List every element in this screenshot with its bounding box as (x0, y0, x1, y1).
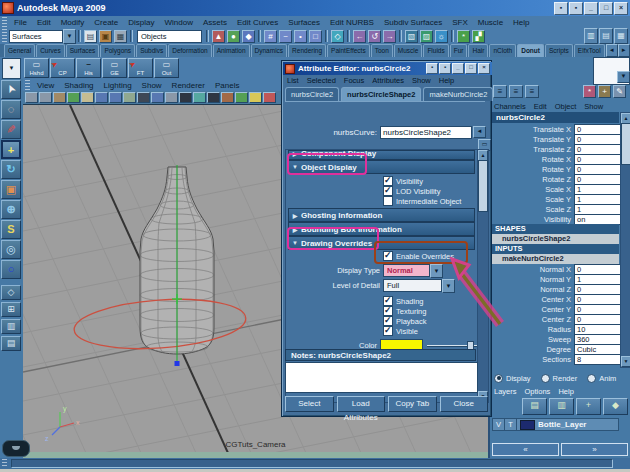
attribute-editor-tab[interactable]: makeNurbCircle2 (423, 87, 493, 101)
panel-toolbar-icon[interactable] (207, 92, 220, 103)
panel-toolbar-icon[interactable] (221, 92, 234, 103)
status-icon[interactable]: # (264, 30, 277, 43)
rotate-tool[interactable]: ↻ (1, 160, 21, 179)
status-icon[interactable] (399, 30, 402, 42)
layer-mode-radio[interactable]: Display (494, 374, 531, 383)
shelf-tab[interactable]: Fur (450, 44, 468, 57)
channel-box-object-name[interactable]: nurbsCircle2 (492, 112, 619, 123)
status-icon[interactable]: ▲ (212, 30, 225, 43)
attribute-editor-button[interactable]: Copy Tab (388, 396, 437, 412)
window-extra-button[interactable]: ▪ (569, 2, 583, 15)
maximize-button[interactable]: □ (465, 63, 477, 74)
menu-item[interactable]: Edit (32, 18, 56, 27)
side-panel-scroll-icon[interactable]: ▼ (617, 71, 630, 83)
soft-modification-tool[interactable]: S (1, 220, 21, 239)
universal-manipulator-tool[interactable]: ⊕ (1, 200, 21, 219)
shelf-tab[interactable]: Fluids (423, 44, 448, 57)
show-channel-box-icon[interactable]: ▦ (614, 28, 628, 44)
section-component-display[interactable]: ▶ Component Display (288, 150, 475, 160)
panel-toolbar-icon[interactable] (235, 92, 248, 103)
panel-toolbar-icon[interactable] (165, 92, 178, 103)
last-tool-circle[interactable]: ○ (1, 260, 21, 279)
scroll-down-icon[interactable]: ▼ (621, 356, 630, 367)
command-line-input[interactable] (11, 459, 613, 468)
shelf-button[interactable]: ➤ FT (128, 58, 153, 78)
shelf-tab[interactable]: Donut (517, 44, 544, 57)
create-empty-layer-icon[interactable]: ▤ (522, 398, 547, 415)
section-bounding-box-information[interactable]: ▶ Bounding Box Information (288, 222, 475, 236)
shelf-tab[interactable]: Curves (36, 44, 65, 57)
close-button[interactable]: × (478, 63, 490, 74)
lasso-tool[interactable]: ◌ (1, 100, 21, 119)
layer-type-flag[interactable]: T (505, 419, 517, 430)
menu-item[interactable]: Create (89, 18, 123, 27)
attribute-editor-menu-item[interactable]: Focus (340, 76, 368, 85)
pane-with-outliner-layout-button[interactable]: ▤ (1, 336, 21, 351)
shelf-tab[interactable]: PaintEffects (327, 44, 370, 57)
window-extra-button[interactable]: ▪ (426, 63, 438, 74)
status-icon[interactable] (258, 30, 261, 42)
shelf-tab[interactable]: Surfaces (66, 44, 100, 57)
shelf-button[interactable]: ~ His (76, 58, 101, 78)
minimize-button[interactable]: _ (584, 2, 598, 15)
panel-menu-item[interactable]: Show (137, 81, 167, 90)
statusline-drag-handle[interactable] (2, 29, 7, 43)
show-attribute-editor-icon[interactable]: ▥ (584, 28, 598, 44)
status-icon[interactable]: ◆ (242, 30, 255, 43)
checkbox[interactable] (383, 196, 393, 206)
shelf-tab[interactable]: Rendering (288, 44, 326, 57)
attribute-editor-button[interactable]: Select (285, 396, 334, 412)
menu-item[interactable]: Display (123, 18, 159, 27)
show-tool-settings-icon[interactable]: ▤ (599, 28, 613, 44)
shelf-tab[interactable]: Deformation (168, 44, 211, 57)
nurbs-curve-field[interactable]: nurbsCircleShape2 (380, 126, 472, 139)
status-icon[interactable]: ◇ (331, 30, 344, 43)
panel-menu-item[interactable]: Lighting (99, 81, 137, 90)
channel-box-menu-item[interactable]: Object (551, 102, 581, 111)
move-tool[interactable]: + (1, 140, 21, 159)
status-icon[interactable]: → (383, 30, 396, 43)
menu-set-select[interactable]: Surfaces (9, 30, 63, 43)
panel-drag-handle[interactable] (25, 80, 30, 91)
attribute-editor-menu-item[interactable]: Attributes (368, 76, 408, 85)
status-icon[interactable]: • (294, 30, 307, 43)
level-of-detail-select[interactable]: Full (383, 279, 442, 292)
checkbox[interactable] (383, 186, 393, 196)
status-icon[interactable]: ▧ (405, 30, 418, 43)
select-tool[interactable]: ➤ (1, 80, 21, 99)
display-type-arrow-icon[interactable]: ▼ (430, 264, 443, 278)
window-extra-button[interactable]: ▪ (439, 63, 451, 74)
shelf-menu-button[interactable]: ▼ (2, 58, 21, 79)
menu-item[interactable]: File (9, 18, 32, 27)
shelf-button[interactable]: ▭ Out (154, 58, 179, 78)
shelf-button[interactable]: ▭ GE (102, 58, 127, 78)
attribute-editor-menu-item[interactable]: Selected (303, 76, 340, 85)
menu-item[interactable]: Muscle (473, 18, 508, 27)
shelf-tab[interactable]: nCloth (489, 44, 516, 57)
status-icon[interactable] (325, 30, 328, 42)
section-drawing-overrides[interactable]: ▼ Drawing Overrides (288, 236, 475, 250)
status-icon[interactable]: ~ (279, 30, 292, 43)
shelf-tab-scroll-right-icon[interactable]: ► (618, 44, 630, 57)
layer-row[interactable]: V T Bottle_Layer (492, 418, 619, 431)
range-next-button[interactable]: » (561, 443, 628, 456)
panel-toolbar-icon[interactable] (25, 92, 38, 103)
panel-menu-item[interactable]: View (32, 81, 59, 90)
focus-button[interactable]: ◄ (473, 126, 486, 138)
menu-item[interactable]: Help (508, 18, 534, 27)
layer-menu-item[interactable]: Help (554, 387, 577, 396)
scrollbar-thumb[interactable] (478, 160, 488, 212)
panel-toolbar-icon[interactable] (137, 92, 150, 103)
shelf-button[interactable]: ▭ Hshd (24, 58, 49, 78)
maximize-button[interactable]: □ (599, 2, 613, 15)
channel-layout-narrow-icon[interactable]: ≡ (493, 85, 507, 98)
attribute-editor-menu-item[interactable]: Show (408, 76, 435, 85)
menu-item[interactable]: Window (160, 18, 198, 27)
status-icon[interactable]: * (457, 30, 470, 43)
status-icon[interactable] (347, 30, 350, 42)
create-layer-from-selected-icon[interactable]: ▥ (549, 398, 574, 415)
channel-layout-wide-icon[interactable]: ≡ (525, 85, 539, 98)
status-icon[interactable]: ↺ (368, 30, 381, 43)
menu-item[interactable]: Edit Curves (232, 18, 283, 27)
shelf-tab[interactable]: Dynamics (251, 44, 288, 57)
